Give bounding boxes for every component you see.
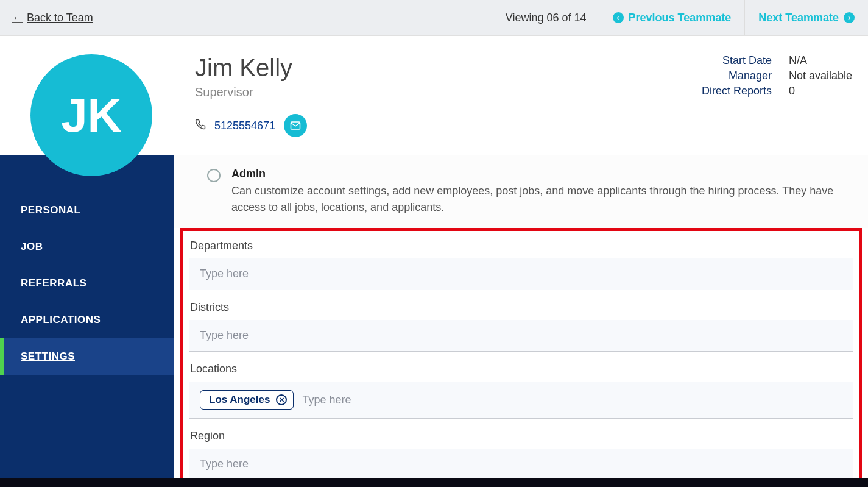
locations-label: Locations bbox=[189, 363, 853, 375]
profile-name: Jim Kelly bbox=[195, 54, 702, 82]
avatar: JK bbox=[30, 54, 152, 176]
admin-description: Can customize account settings, add new … bbox=[231, 183, 841, 216]
next-teammate-button[interactable]: Next Teammate › bbox=[744, 0, 868, 35]
region-field: Region bbox=[189, 430, 853, 480]
phone-icon bbox=[195, 119, 206, 133]
region-input[interactable] bbox=[200, 458, 842, 471]
departments-field: Departments bbox=[189, 240, 853, 290]
departments-label: Departments bbox=[189, 240, 853, 252]
email-button[interactable] bbox=[284, 114, 307, 137]
locations-input-wrap: Los Angeles ✕ bbox=[189, 382, 853, 419]
sidebar-item-referrals[interactable]: REFERRALS bbox=[0, 265, 174, 302]
admin-text: Admin Can customize account settings, ad… bbox=[231, 168, 841, 216]
chevron-right-icon: › bbox=[844, 12, 855, 23]
admin-option: Admin Can customize account settings, ad… bbox=[174, 155, 868, 228]
location-chip: Los Angeles ✕ bbox=[200, 390, 294, 410]
content-area: Admin Can customize account settings, ad… bbox=[174, 155, 868, 485]
manager-label: Manager bbox=[729, 69, 772, 82]
back-to-team-link[interactable]: ← Back to Team bbox=[0, 12, 93, 24]
profile-role: Supervisor bbox=[195, 85, 702, 99]
locations-field: Locations Los Angeles ✕ bbox=[189, 363, 853, 419]
sidebar-item-job[interactable]: JOB bbox=[0, 229, 174, 265]
region-label: Region bbox=[189, 430, 853, 443]
start-date-label: Start Date bbox=[722, 54, 772, 67]
arrow-left-icon: ← bbox=[12, 12, 23, 24]
districts-label: Districts bbox=[189, 301, 853, 314]
top-bar: ← Back to Team Viewing 06 of 14 ‹ Previo… bbox=[0, 0, 868, 36]
departments-input-wrap bbox=[189, 258, 853, 290]
chip-label: Los Angeles bbox=[209, 394, 270, 406]
sidebar-item-personal[interactable]: PERSONAL bbox=[0, 192, 174, 229]
contact-row: 5125554671 bbox=[195, 114, 702, 137]
topbar-right: Viewing 06 of 14 ‹ Previous Teammate Nex… bbox=[493, 0, 868, 35]
departments-input[interactable] bbox=[200, 268, 842, 280]
phone-link[interactable]: 5125554671 bbox=[214, 119, 275, 132]
sidebar-item-applications[interactable]: APPLICATIONS bbox=[0, 302, 174, 338]
districts-field: Districts bbox=[189, 301, 853, 352]
chevron-left-icon: ‹ bbox=[613, 12, 624, 23]
next-label: Next Teammate bbox=[758, 12, 839, 24]
body: PERSONAL JOB REFERRALS APPLICATIONS SETT… bbox=[0, 155, 868, 485]
avatar-initials: JK bbox=[61, 88, 122, 143]
districts-input-wrap bbox=[189, 320, 853, 352]
header-meta: Start Date N/A Manager Not available Dir… bbox=[702, 54, 856, 137]
viewing-count: Viewing 06 of 14 bbox=[493, 12, 599, 24]
sidebar-item-settings[interactable]: SETTINGS bbox=[0, 338, 174, 375]
manager-value: Not available bbox=[789, 69, 856, 82]
bottom-strip bbox=[0, 478, 868, 487]
sidebar: PERSONAL JOB REFERRALS APPLICATIONS SETT… bbox=[0, 155, 174, 485]
envelope-icon bbox=[290, 120, 301, 131]
back-label: Back to Team bbox=[27, 12, 93, 24]
prev-label: Previous Teammate bbox=[629, 12, 732, 24]
chip-remove-icon[interactable]: ✕ bbox=[276, 394, 287, 405]
admin-title: Admin bbox=[231, 168, 841, 180]
profile-header: JK Jim Kelly Supervisor 5125554671 Start… bbox=[0, 36, 868, 155]
start-date-value: N/A bbox=[789, 54, 856, 67]
header-info: Jim Kelly Supervisor 5125554671 bbox=[195, 54, 702, 137]
highlight-box: Departments Districts Locations Los Ange… bbox=[180, 228, 862, 485]
direct-reports-label: Direct Reports bbox=[702, 85, 772, 98]
region-input-wrap bbox=[189, 449, 853, 480]
admin-radio[interactable] bbox=[207, 169, 221, 182]
direct-reports-value: 0 bbox=[789, 85, 856, 98]
previous-teammate-button[interactable]: ‹ Previous Teammate bbox=[599, 0, 745, 35]
locations-input[interactable] bbox=[302, 394, 842, 407]
districts-input[interactable] bbox=[200, 329, 842, 342]
